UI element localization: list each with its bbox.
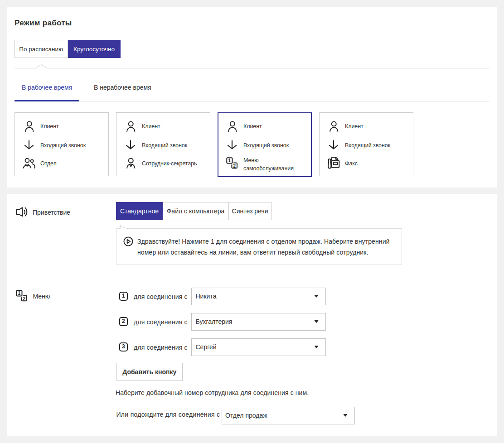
svg-text:1: 1 (228, 158, 231, 163)
svg-text:2: 2 (23, 296, 26, 301)
svg-text:2: 2 (233, 164, 236, 169)
svg-text:1: 1 (18, 291, 21, 296)
